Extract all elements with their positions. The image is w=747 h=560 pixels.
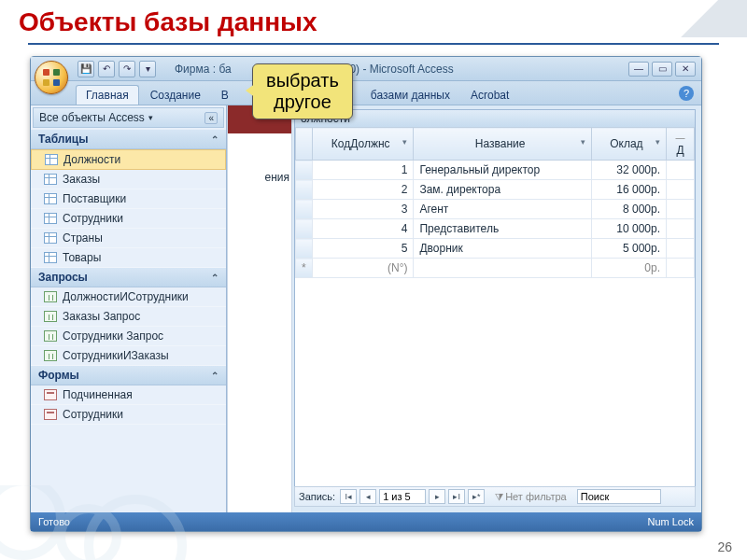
office-button[interactable] <box>35 61 68 94</box>
data-grid[interactable]: КодДолжнс▾Название▾Оклад▾— Д 1Генеральны… <box>295 127 695 278</box>
save-icon[interactable]: 💾 <box>78 61 94 77</box>
qa-dropdown-icon[interactable]: ▾ <box>139 61 156 77</box>
table-row[interactable]: 5Дворник5 000р. <box>296 239 695 259</box>
table-icon <box>44 193 57 204</box>
column-dropdown-icon[interactable]: ▾ <box>402 137 407 147</box>
tab-create[interactable]: Создание <box>141 86 210 105</box>
last-record-button[interactable]: ▸I <box>448 489 465 504</box>
row-selector-header[interactable] <box>296 128 313 161</box>
cell-id[interactable]: 2 <box>313 180 414 200</box>
tab-partial[interactable]: В <box>212 86 238 105</box>
form-icon <box>44 409 57 420</box>
column-header[interactable]: КодДолжнс▾ <box>313 128 414 161</box>
filter-icon: ⧩ <box>495 491 503 503</box>
cell-salary[interactable]: 8 000р. <box>591 200 666 219</box>
nav-item[interactable]: ДолжностиИСотрудники <box>31 287 226 307</box>
cell-id[interactable]: 3 <box>313 200 414 219</box>
row-selector[interactable] <box>296 161 313 180</box>
nav-item[interactable]: Сотрудники <box>31 405 226 425</box>
next-record-button[interactable]: ▸ <box>429 489 445 504</box>
redo-icon[interactable]: ↷ <box>119 61 135 77</box>
slide-title: Объекты базы данных <box>0 0 747 39</box>
tab-home[interactable]: Главная <box>76 85 139 105</box>
add-column-header[interactable]: — Д <box>667 128 695 161</box>
nav-item[interactable]: Заказы <box>31 170 226 189</box>
row-selector[interactable] <box>296 200 313 219</box>
nav-item[interactable]: Заказы Запрос <box>31 307 226 327</box>
collapse-icon[interactable]: ⌃ <box>211 273 218 283</box>
cell-salary[interactable]: 32 000р. <box>591 161 666 180</box>
column-header[interactable]: Оклад▾ <box>591 128 666 161</box>
nav-item[interactable]: Сотрудники Запрос <box>31 327 226 346</box>
tab-acrobat[interactable]: Acrobat <box>461 86 518 105</box>
close-button[interactable]: ✕ <box>675 62 696 77</box>
datasheet-title: олжности <box>295 110 695 127</box>
cell-name[interactable]: Представитель <box>414 219 591 239</box>
collapse-icon[interactable]: ⌃ <box>211 134 218 145</box>
nav-item[interactable]: Сотрудники <box>31 209 226 229</box>
nav-item[interactable]: Должности <box>31 149 226 170</box>
row-selector[interactable] <box>296 239 313 259</box>
nav-item[interactable]: Товары <box>31 248 226 268</box>
nav-item-label: Сотрудники <box>63 212 123 225</box>
cell-empty[interactable] <box>667 219 695 239</box>
cell-id[interactable]: 4 <box>313 219 414 239</box>
table-row[interactable]: 3Агент8 000р. <box>296 200 695 219</box>
collapse-icon[interactable]: ⌃ <box>211 371 218 381</box>
table-row[interactable]: 1Генеральный директор32 000р. <box>296 161 695 180</box>
previous-record-button[interactable]: ◂ <box>359 489 376 504</box>
first-record-button[interactable]: I◂ <box>340 489 357 504</box>
slide-corner <box>663 0 747 37</box>
query-icon <box>44 330 57 342</box>
nav-item-label: Страны <box>63 231 103 245</box>
cell-empty[interactable] <box>667 200 695 219</box>
table-row[interactable]: 2Зам. директора16 000р. <box>296 180 695 200</box>
cell-salary[interactable]: 5 000р. <box>591 239 666 259</box>
cell-name[interactable]: Генеральный директор <box>414 161 591 180</box>
cell-name[interactable]: Дворник <box>414 239 591 259</box>
table-icon <box>44 174 57 185</box>
restore-button[interactable]: ▭ <box>652 62 672 77</box>
minimize-button[interactable]: — <box>628 62 649 77</box>
search-input[interactable] <box>577 489 661 504</box>
nav-item[interactable]: СотрудникиИЗаказы <box>31 346 226 366</box>
nav-group-table[interactable]: Таблицы⌃ <box>31 130 226 149</box>
nav-item-label: Должности <box>63 153 120 166</box>
cell-name[interactable]: Зам. директора <box>414 180 591 200</box>
nav-item[interactable]: Подчиненная <box>31 385 226 405</box>
nav-header-dropdown-icon[interactable]: ▾ <box>148 113 153 122</box>
new-row-marker[interactable]: * <box>296 259 313 278</box>
row-selector[interactable] <box>296 219 313 239</box>
new-row[interactable]: *(N°)0р. <box>296 259 695 278</box>
cell-salary[interactable]: 10 000р. <box>591 219 666 239</box>
nav-header[interactable]: Все объекты Access ▾ « <box>33 107 224 128</box>
cell-id[interactable]: 5 <box>313 239 414 259</box>
query-icon <box>44 291 57 302</box>
nav-group-form[interactable]: Формы⌃ <box>31 366 226 385</box>
new-record-button[interactable]: ▸* <box>468 489 485 504</box>
nav-collapse-icon[interactable]: « <box>204 112 218 124</box>
column-header[interactable]: Название▾ <box>414 128 591 161</box>
nav-item-label: Сотрудники <box>63 408 123 421</box>
window-title-prefix: Фирма : ба <box>175 63 232 76</box>
table-row[interactable]: 4Представитель10 000р. <box>296 219 695 239</box>
no-filter-indicator: ⧩ Нет фильтра <box>495 491 567 503</box>
undo-icon[interactable]: ↶ <box>98 61 115 77</box>
tab-dbtools[interactable]: базами данных <box>361 86 459 105</box>
nav-item[interactable]: Поставщики <box>31 189 226 209</box>
cell-name[interactable]: Агент <box>414 200 591 219</box>
column-dropdown-icon[interactable]: ▾ <box>581 137 585 147</box>
row-selector[interactable] <box>296 180 313 200</box>
nav-group-query[interactable]: Запросы⌃ <box>31 268 226 287</box>
cell-id[interactable]: 1 <box>313 161 414 180</box>
record-position-input[interactable] <box>379 489 426 504</box>
cell-empty[interactable] <box>667 180 695 200</box>
ribbon-tabstrip: Главная Создание В базами данных Acrobat… <box>31 81 701 105</box>
nav-item-label: Поставщики <box>63 192 126 205</box>
cell-salary[interactable]: 16 000р. <box>591 180 666 200</box>
column-dropdown-icon[interactable]: ▾ <box>655 137 660 147</box>
cell-empty[interactable] <box>667 161 695 180</box>
help-icon[interactable]: ? <box>679 86 694 101</box>
cell-empty[interactable] <box>667 239 695 259</box>
nav-item[interactable]: Страны <box>31 229 226 248</box>
